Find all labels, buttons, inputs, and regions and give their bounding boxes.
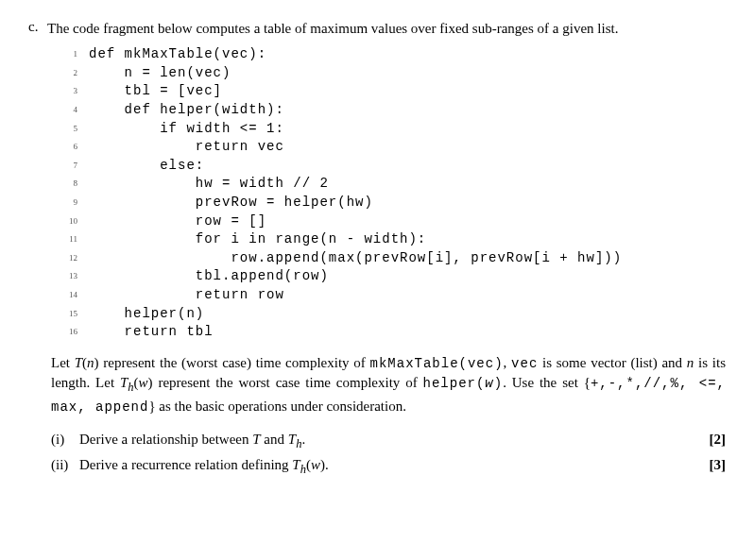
subpart-ii: (ii) Derive a recurrence relation defini… [51, 453, 726, 479]
code-line: 9 prevRow = helper(hw) [51, 194, 726, 212]
subpart-text: Derive a recurrence relation defining Th… [79, 453, 697, 479]
subpart-i: (i) Derive a relationship between T and … [51, 428, 726, 453]
question-label: c. [28, 19, 47, 38]
code-line: 6 return vec [51, 138, 726, 157]
code-line: 15 helper(n) [51, 305, 726, 324]
marks-badge: [2] [697, 428, 726, 453]
subpart-text: Derive a relationship between T and Th. [79, 428, 697, 453]
code-line: 16 return tbl [51, 323, 726, 342]
question-text: The code fragment below computes a table… [47, 19, 726, 38]
marks-badge: [3] [697, 453, 726, 479]
subpart-label: (ii) [51, 453, 79, 479]
code-line: 4 def helper(width): [51, 101, 726, 120]
code-block: 1def mkMaxTable(vec): 2 n = len(vec) 3 t… [51, 45, 726, 342]
code-line: 3 tbl = [vec] [51, 82, 726, 101]
post-code-paragraph: Let T(n) represent the (worst case) time… [51, 353, 726, 417]
code-line: 5 if width <= 1: [51, 120, 726, 139]
code-line: 11 for i in range(n - width): [51, 230, 726, 249]
code-line: 12 row.append(max(prevRow[i], prevRow[i … [51, 249, 726, 268]
code-line: 1def mkMaxTable(vec): [51, 45, 726, 64]
question-intro: c. The code fragment below computes a ta… [28, 19, 726, 38]
code-line: 7 else: [51, 157, 726, 176]
code-line: 13 tbl.append(row) [51, 267, 726, 286]
code-line: 10 row = [] [51, 212, 726, 231]
code-line: 2 n = len(vec) [51, 64, 726, 83]
subpart-label: (i) [51, 428, 79, 453]
code-line: 8 hw = width // 2 [51, 175, 726, 194]
code-line: 14 return row [51, 286, 726, 305]
